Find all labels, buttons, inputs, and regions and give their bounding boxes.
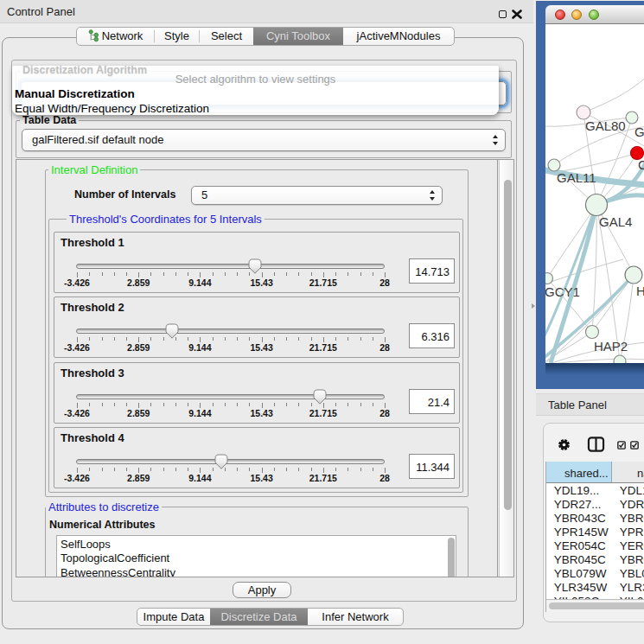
svg-text:GCY1: GCY1 [545, 284, 580, 299]
svg-text:GA: GA [634, 124, 644, 139]
svg-text:C: C [638, 157, 644, 172]
svg-text:H: H [636, 284, 644, 298]
svg-text:GAL11: GAL11 [557, 170, 596, 185]
svg-text:HAP2: HAP2 [594, 339, 628, 354]
svg-text:GAL4: GAL4 [599, 214, 632, 229]
svg-text:GAL80: GAL80 [585, 118, 626, 133]
